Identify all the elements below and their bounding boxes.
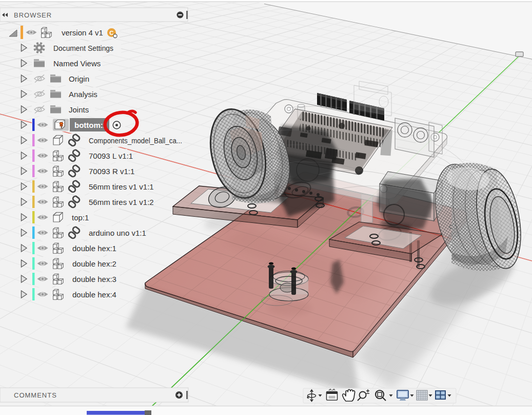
- svg-text:Joints: Joints: [69, 105, 89, 114]
- svg-text:Components_model_Ball_ca...: Components_model_Ball_ca...: [89, 136, 182, 145]
- svg-text:double hex:3: double hex:3: [72, 275, 116, 284]
- svg-text:double hex:2: double hex:2: [72, 259, 116, 268]
- svg-text:Named Views: Named Views: [53, 59, 101, 68]
- svg-text:version 4 v1: version 4 v1: [62, 28, 103, 37]
- svg-text:70093 L v1:1: 70093 L v1:1: [89, 152, 133, 160]
- svg-text:bottom:1: bottom:1: [74, 121, 107, 129]
- svg-text:COMMENTS: COMMENTS: [14, 391, 57, 399]
- svg-text:C: C: [109, 30, 113, 36]
- svg-text:Origin: Origin: [69, 74, 89, 83]
- svg-text:top:1: top:1: [72, 213, 89, 222]
- svg-text:arduino uno v1:1: arduino uno v1:1: [89, 229, 146, 237]
- svg-text:56mm tires v1 v1:1: 56mm tires v1 v1:1: [89, 182, 154, 191]
- svg-text:Analysis: Analysis: [69, 90, 97, 99]
- svg-text:BROWSER: BROWSER: [14, 11, 52, 19]
- svg-text:double hex:1: double hex:1: [72, 244, 116, 253]
- svg-text:70093 R v1:1: 70093 R v1:1: [89, 167, 134, 176]
- svg-text:Document Settings: Document Settings: [53, 44, 113, 52]
- svg-text:double hex:4: double hex:4: [72, 290, 116, 299]
- svg-text:56mm tires v1 v1:2: 56mm tires v1 v1:2: [89, 198, 154, 206]
